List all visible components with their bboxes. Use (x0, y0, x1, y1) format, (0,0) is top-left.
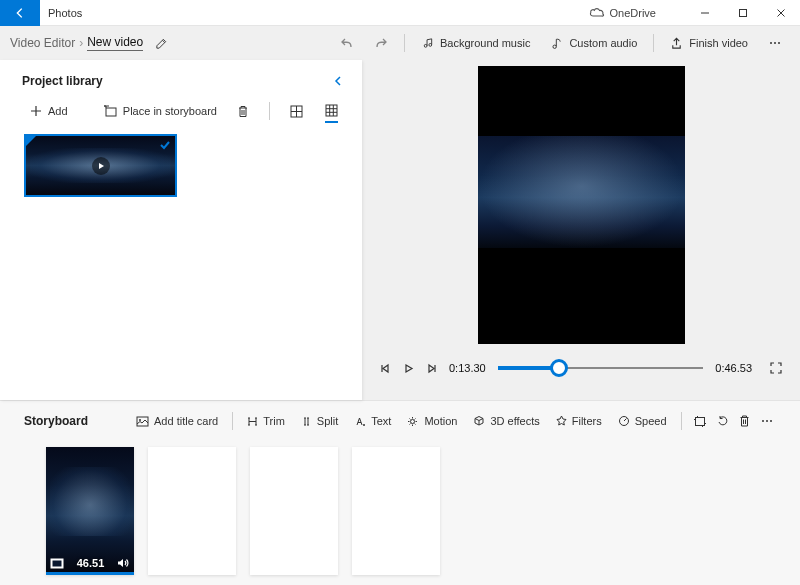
effects-label: 3D effects (490, 415, 539, 427)
redo-icon (374, 36, 388, 50)
custom-audio-button[interactable]: Custom audio (540, 29, 647, 57)
library-title: Project library (22, 74, 332, 88)
view-small-button[interactable] (325, 104, 338, 123)
svg-rect-23 (53, 560, 62, 566)
svg-point-16 (411, 419, 415, 423)
add-label: Add (48, 105, 68, 117)
resize-button[interactable] (688, 409, 712, 433)
minimize-button[interactable] (686, 0, 724, 26)
storyboard-empty-slot[interactable] (250, 447, 338, 575)
current-time: 0:13.30 (449, 362, 486, 374)
trash-icon (237, 105, 249, 118)
fullscreen-button[interactable] (770, 362, 782, 374)
motion-button[interactable]: Motion (399, 409, 465, 433)
svg-point-4 (774, 42, 776, 44)
trim-label: Trim (263, 415, 285, 427)
total-time: 0:46.53 (715, 362, 752, 374)
seek-slider[interactable] (498, 358, 704, 378)
library-clip[interactable] (24, 134, 177, 197)
speed-icon (618, 415, 630, 427)
play-button[interactable] (403, 363, 414, 374)
text-icon (354, 416, 366, 427)
undo-button[interactable] (330, 29, 364, 57)
undo-icon (340, 36, 354, 50)
background-music-label: Background music (440, 37, 531, 49)
storyboard-empty-slot[interactable] (352, 447, 440, 575)
svg-rect-1 (740, 9, 747, 16)
finish-video-button[interactable]: Finish video (660, 29, 758, 57)
onedrive-label: OneDrive (610, 7, 656, 19)
check-icon (159, 139, 171, 151)
3d-effects-button[interactable]: 3D effects (465, 409, 547, 433)
collapse-library-button[interactable] (332, 75, 344, 87)
svg-rect-10 (326, 105, 337, 116)
storyboard-more-button[interactable] (755, 409, 779, 433)
text-label: Text (371, 415, 391, 427)
view-large-button[interactable] (290, 105, 303, 118)
delete-clip-button[interactable] (734, 409, 755, 433)
text-button[interactable]: Text (346, 409, 399, 433)
split-label: Split (317, 415, 338, 427)
svg-point-19 (762, 420, 764, 422)
chevron-right-icon: › (79, 36, 83, 50)
project-library-panel: Project library Add Place in storyboard (0, 60, 362, 400)
filters-button[interactable]: Filters (548, 409, 610, 433)
close-button[interactable] (762, 0, 800, 26)
divider (404, 34, 405, 52)
split-icon (301, 416, 312, 427)
divider (269, 102, 270, 120)
delete-button[interactable] (237, 105, 249, 118)
svg-point-2 (553, 45, 556, 48)
selected-fold-icon (24, 134, 38, 148)
breadcrumb-root[interactable]: Video Editor (10, 36, 75, 50)
rotate-icon (717, 415, 729, 427)
custom-audio-label: Custom audio (569, 37, 637, 49)
play-overlay-icon (92, 157, 110, 175)
step-forward-icon (426, 363, 437, 374)
svg-point-21 (770, 420, 772, 422)
video-title[interactable]: New video (87, 35, 143, 51)
grid-large-icon (290, 105, 303, 118)
place-storyboard-button[interactable]: Place in storyboard (103, 105, 217, 117)
filters-label: Filters (572, 415, 602, 427)
redo-button[interactable] (364, 29, 398, 57)
speed-button[interactable]: Speed (610, 409, 675, 433)
volume-icon (117, 557, 130, 569)
rotate-button[interactable] (712, 409, 734, 433)
prev-frame-button[interactable] (380, 363, 391, 374)
divider (653, 34, 654, 52)
chevron-left-icon (332, 75, 344, 87)
motion-label: Motion (424, 415, 457, 427)
crop-icon (693, 416, 707, 427)
storyboard-empty-slot[interactable] (148, 447, 236, 575)
next-frame-button[interactable] (426, 363, 437, 374)
more-icon (760, 414, 774, 428)
aspect-icon (50, 558, 64, 569)
svg-rect-6 (106, 108, 116, 116)
add-title-card-button[interactable]: Add title card (128, 409, 226, 433)
trim-button[interactable]: Trim (239, 409, 293, 433)
more-button[interactable] (758, 29, 792, 57)
maximize-button[interactable] (724, 0, 762, 26)
more-icon (768, 36, 782, 50)
place-icon (103, 105, 117, 117)
storyboard-clip[interactable]: 46.51 (46, 447, 134, 575)
trim-icon (247, 416, 258, 427)
music-icon (421, 37, 434, 50)
back-button[interactable] (0, 0, 40, 26)
speed-label: Speed (635, 415, 667, 427)
video-preview[interactable] (478, 66, 685, 344)
add-media-button[interactable]: Add (30, 105, 68, 117)
app-title: Photos (48, 7, 82, 19)
background-music-button[interactable]: Background music (411, 29, 541, 57)
storyboard-panel: Storyboard Add title card Trim Split Tex… (0, 400, 800, 585)
effects-icon (473, 415, 485, 427)
split-button[interactable]: Split (293, 409, 346, 433)
svg-point-3 (770, 42, 772, 44)
onedrive-button[interactable]: OneDrive (589, 7, 656, 19)
trash-icon (739, 415, 750, 427)
rename-button[interactable] (155, 37, 168, 50)
cloud-icon (589, 7, 605, 18)
place-label: Place in storyboard (123, 105, 217, 117)
step-back-icon (380, 363, 391, 374)
